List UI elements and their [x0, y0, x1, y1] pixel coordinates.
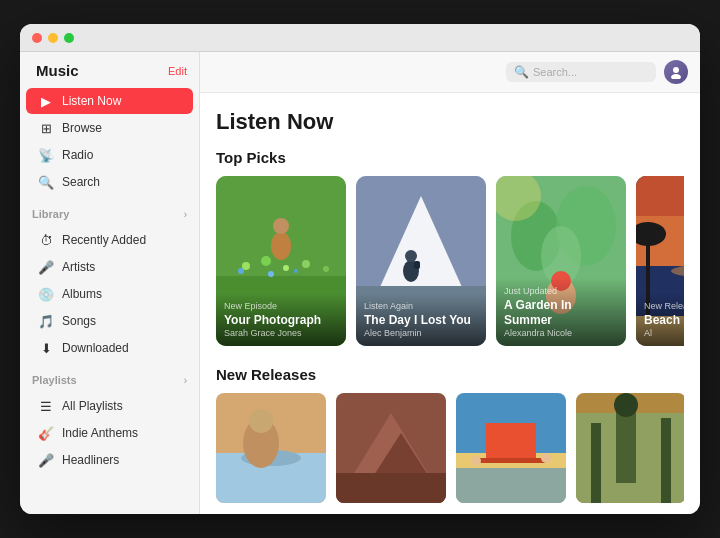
new-releases-row: [216, 393, 684, 503]
release-image-4: [576, 393, 684, 503]
svg-point-9: [238, 268, 244, 274]
sidebar-label: Artists: [62, 260, 95, 274]
release-image-1: [216, 393, 326, 503]
sidebar-label: Recently Added: [62, 233, 146, 247]
top-pick-card-4[interactable]: New Release Beach Al: [636, 176, 684, 346]
card-top-label: New Episode: [224, 301, 338, 311]
user-avatar[interactable]: [664, 60, 688, 84]
svg-point-12: [271, 232, 291, 260]
download-icon: ⬇: [38, 340, 54, 356]
sidebar-item-headliners[interactable]: 🎤 Headliners: [26, 447, 193, 473]
sidebar-label: Browse: [62, 121, 102, 135]
sidebar-item-radio[interactable]: 📡 Radio: [26, 142, 193, 168]
svg-point-5: [261, 256, 271, 266]
top-picks-row: New Episode Your Photograph Sarah Grace …: [216, 176, 684, 346]
guitar-icon: 🎸: [38, 425, 54, 441]
sidebar-nav: ▶ Listen Now ⊞ Browse 📡 Radio 🔍 Search: [20, 85, 199, 198]
release-card-3[interactable]: [456, 393, 566, 503]
svg-point-1: [671, 74, 681, 79]
sidebar: Music Edit ▶ Listen Now ⊞ Browse 📡: [20, 52, 200, 514]
card-title: A Garden In Summer: [504, 298, 618, 327]
list-icon: ☰: [38, 398, 54, 414]
card-subtitle: Alexandra Nicole: [504, 328, 618, 338]
sidebar-label: Songs: [62, 314, 96, 328]
search-input[interactable]: [533, 66, 648, 78]
search-icon: 🔍: [38, 174, 54, 190]
app-body: Music Edit ▶ Listen Now ⊞ Browse 📡: [20, 52, 700, 514]
sidebar-label: All Playlists: [62, 399, 123, 413]
search-box[interactable]: 🔍: [506, 62, 656, 82]
svg-rect-50: [456, 468, 566, 503]
new-releases-label: New Releases: [216, 366, 684, 383]
minimize-button[interactable]: [48, 33, 58, 43]
mic-icon: 🎤: [38, 452, 54, 468]
svg-point-52: [541, 453, 551, 463]
svg-point-51: [471, 456, 481, 466]
card-title: The Day I Lost You: [364, 313, 478, 327]
radio-icon: 📡: [38, 147, 54, 163]
playlists-section-header: Playlists ›: [20, 364, 199, 390]
release-card-4[interactable]: [576, 393, 684, 503]
sidebar-item-search[interactable]: 🔍 Search: [26, 169, 193, 195]
svg-point-0: [673, 67, 679, 73]
edit-button[interactable]: Edit: [168, 65, 187, 77]
card-top-label: New Release: [644, 301, 684, 311]
main-scroll[interactable]: Listen Now Top Picks: [200, 93, 700, 514]
disc-icon: 💿: [38, 286, 54, 302]
page-title: Listen Now: [216, 109, 684, 135]
svg-point-6: [283, 265, 289, 271]
card-top-label: Just Updated: [504, 286, 618, 296]
sidebar-label: Downloaded: [62, 341, 129, 355]
svg-rect-57: [591, 423, 601, 503]
svg-rect-49: [476, 458, 546, 463]
svg-point-41: [249, 409, 273, 433]
library-chevron-icon[interactable]: ›: [184, 209, 187, 220]
svg-point-7: [302, 260, 310, 268]
top-pick-card-3[interactable]: Just Updated A Garden In Summer Alexandr…: [496, 176, 626, 346]
sidebar-item-browse[interactable]: ⊞ Browse: [26, 115, 193, 141]
sidebar-item-all-playlists[interactable]: ☰ All Playlists: [26, 393, 193, 419]
release-card-1[interactable]: [216, 393, 326, 503]
library-section-header: Library ›: [20, 198, 199, 224]
card-top-label: Listen Again: [364, 301, 478, 311]
sidebar-item-albums[interactable]: 💿 Albums: [26, 281, 193, 307]
clock-icon: ⏱: [38, 232, 54, 248]
card-subtitle: Sarah Grace Jones: [224, 328, 338, 338]
release-card-2[interactable]: [336, 393, 446, 503]
app-logo: Music: [32, 62, 79, 79]
traffic-lights: [32, 33, 74, 43]
sidebar-item-indie-anthems[interactable]: 🎸 Indie Anthems: [26, 420, 193, 446]
sidebar-header: Music Edit: [20, 52, 199, 85]
release-image-3: [456, 393, 566, 503]
sidebar-item-recently-added[interactable]: ⏱ Recently Added: [26, 227, 193, 253]
main-topbar: 🔍: [200, 52, 700, 93]
release-image-2: [336, 393, 446, 503]
svg-rect-58: [661, 418, 671, 503]
svg-point-13: [273, 218, 289, 234]
playlists-nav: ☰ All Playlists 🎸 Indie Anthems 🎤 Headli…: [20, 390, 199, 476]
svg-rect-48: [486, 423, 536, 458]
sidebar-item-songs[interactable]: 🎵 Songs: [26, 308, 193, 334]
top-pick-card-2[interactable]: Listen Again The Day I Lost You Alec Ben…: [356, 176, 486, 346]
playlists-chevron-icon[interactable]: ›: [184, 375, 187, 386]
card-subtitle: Alec Benjamin: [364, 328, 478, 338]
playlists-section-title: Playlists: [32, 374, 77, 386]
fullscreen-button[interactable]: [64, 33, 74, 43]
search-icon: 🔍: [514, 65, 529, 79]
sidebar-item-downloaded[interactable]: ⬇ Downloaded: [26, 335, 193, 361]
svg-point-10: [268, 271, 274, 277]
sidebar-label: Indie Anthems: [62, 426, 138, 440]
play-icon: ▶: [38, 93, 54, 109]
note-icon: 🎵: [38, 313, 54, 329]
svg-point-8: [323, 266, 329, 272]
sidebar-label: Albums: [62, 287, 102, 301]
close-button[interactable]: [32, 33, 42, 43]
sidebar-item-listen-now[interactable]: ▶ Listen Now: [26, 88, 193, 114]
svg-rect-19: [414, 261, 420, 269]
top-pick-card-1[interactable]: New Episode Your Photograph Sarah Grace …: [216, 176, 346, 346]
card-overlay: New Release Beach Al: [636, 293, 684, 346]
svg-rect-45: [336, 473, 446, 503]
svg-point-56: [614, 393, 638, 417]
sidebar-item-artists[interactable]: 🎤 Artists: [26, 254, 193, 280]
svg-point-11: [294, 269, 298, 273]
